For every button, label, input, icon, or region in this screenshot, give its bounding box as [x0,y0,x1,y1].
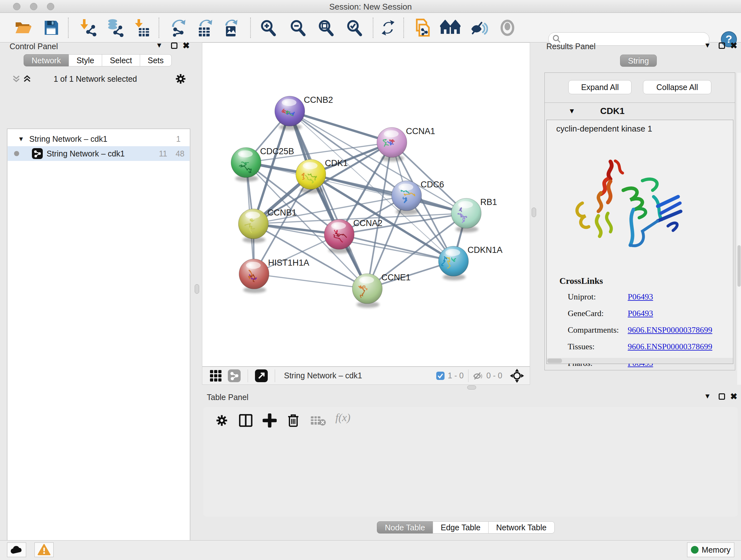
network-options-gear-icon[interactable] [175,73,186,84]
warnings-button[interactable] [35,543,54,557]
grid-view-icon[interactable] [209,369,222,382]
crosslink-value-link[interactable]: P06493 [628,309,653,318]
collapse-all-chevron-icon[interactable] [12,75,20,83]
tree-expander-icon[interactable]: ▼ [18,135,24,143]
cytoscape-window: { "window": { "title": "Session: New Ses… [0,0,741,560]
section-expander-icon[interactable]: ▼ [568,107,576,115]
crosslink-row: Compartments:9606.ENSP00000378699 [568,322,727,338]
protein-structure-image [562,152,684,254]
network-node-RB1[interactable] [451,198,481,233]
network-node-HIST1H1A[interactable] [239,259,269,293]
zoom-in-button[interactable] [259,17,278,38]
export-table-button[interactable] [195,17,214,38]
function-builder-icon[interactable]: f(x) [335,412,350,424]
crosslink-value-link[interactable]: 9606.ENSP00000378699 [628,325,712,335]
expand-all-chevron-icon[interactable] [23,75,31,83]
tab-select[interactable]: Select [102,54,140,66]
tab-node-table[interactable]: Node Table [377,521,433,534]
zoom-out-button[interactable] [288,17,307,38]
network-tree-child-row[interactable]: String Network – cdk1 11 48 [8,146,190,161]
bottom-splitter-handle[interactable] [467,385,476,389]
import-table-icon [134,18,150,37]
gene-detail-hscrollbar-track[interactable] [547,358,733,364]
cloud-button[interactable] [7,543,26,557]
network-share-view-icon[interactable] [228,369,241,382]
tab-network-table[interactable]: Network Table [488,521,555,534]
table-panel-close-icon[interactable]: ✖ [730,391,738,401]
table-settings-gear-icon[interactable] [215,414,228,427]
tab-sets[interactable]: Sets [140,54,172,66]
toolbar-separator [250,17,251,38]
network-node-CCNB1[interactable] [239,209,268,243]
show-hidden-button[interactable] [498,17,517,38]
expand-all-button[interactable]: Expand All [568,80,631,94]
network-node-CDC25B[interactable] [231,147,261,182]
results-panel-collapse-icon[interactable]: ▼ [704,41,711,50]
memory-button[interactable]: Memory [687,543,734,557]
import-network-from-database-button[interactable] [105,17,125,38]
control-panel-tabs: NetworkStyleSelectSets [23,54,172,66]
zoom-selected-button[interactable] [345,17,364,38]
save-session-button[interactable] [42,17,61,38]
separator [248,369,248,382]
delete-table-icon[interactable] [311,415,326,426]
toolbar-separator [403,17,404,38]
crosslink-value-link[interactable]: 9606.ENSP00000378699 [628,342,712,352]
results-panel-close-icon[interactable]: ✖ [730,41,738,51]
table-panel-collapse-icon[interactable]: ▼ [704,392,711,400]
network-node-CDKN1A[interactable] [439,246,468,280]
zoom-in-icon [259,19,277,37]
import-table-button[interactable] [133,17,152,38]
control-panel-float-icon[interactable] [171,43,178,49]
results-panel-float-icon[interactable] [719,43,725,49]
documents-network-icon [414,18,431,37]
control-panel-close-icon[interactable]: ✖ [183,41,190,51]
export-image-button[interactable] [221,17,240,38]
gene-section-header[interactable]: ▼ CDK1 [545,103,735,119]
select-columns-icon[interactable] [239,414,253,427]
import-network-button[interactable] [78,17,97,38]
birdseye-crosshair-icon[interactable] [510,369,524,383]
control-panel-collapse-icon[interactable]: ▼ [156,41,163,50]
show-all-networks-button[interactable] [441,17,460,38]
crosslink-label: Tissues: [568,342,628,352]
network-node-CCNA1[interactable] [377,127,407,162]
clone-network-button[interactable] [413,17,432,38]
export-network-button[interactable] [169,17,188,38]
gene-detail-hscrollbar-thumb[interactable] [547,359,562,363]
delete-column-trash-icon[interactable] [287,414,300,428]
tab-edge-table[interactable]: Edge Table [433,521,488,534]
open-session-button[interactable] [14,17,33,38]
crosslink-row: Tissues:9606.ENSP00000378699 [568,338,727,355]
network-node-CCNE1[interactable] [352,273,382,308]
table-type-tabs: Node TableEdge TableNetwork Table [377,521,555,534]
results-scrollbar-track[interactable] [737,73,741,385]
network-node-CCNB2[interactable] [275,96,305,130]
tab-style[interactable]: Style [69,54,103,66]
network-status-dot-icon [14,151,19,156]
table-panel-float-icon[interactable] [719,393,725,400]
zoom-fit-button[interactable] [316,17,335,38]
collapse-all-button[interactable]: Collapse All [643,80,711,94]
toolbar-separator [158,17,159,38]
right-splitter-handle[interactable] [532,207,536,217]
hide-selected-button[interactable] [469,17,488,38]
results-scrollbar-thumb[interactable] [738,245,741,287]
memory-label: Memory [702,545,731,555]
add-column-icon[interactable] [263,414,277,428]
network-canvas[interactable]: CCNB2CCNA1CDC25BCDK1CDC6RB1CCNB1CCNA2CDK… [202,43,530,367]
network-edge-CCNB2-CCNA1[interactable] [290,111,392,142]
network-edge-HIST1H1A-CCNE1[interactable] [254,274,367,289]
crosslink-value-link[interactable]: P06493 [628,292,653,302]
crosslink-row: Uniprot:P06493 [568,289,727,305]
refresh-button[interactable] [379,17,398,38]
left-splitter-handle[interactable] [195,284,199,294]
main-toolbar: ? [0,13,741,43]
detach-view-icon[interactable] [255,369,268,382]
table-panel-body: f(x) shared namenamecanonical namedataba… [203,407,738,516]
tab-string[interactable]: String [620,55,657,67]
network-item-label: String Network – cdk1 [47,149,125,159]
network-tree-root-row[interactable]: ▼ String Network – cdk1 1 [8,132,190,146]
tab-network[interactable]: Network [23,54,69,66]
selected-checkbox[interactable] [436,372,445,380]
